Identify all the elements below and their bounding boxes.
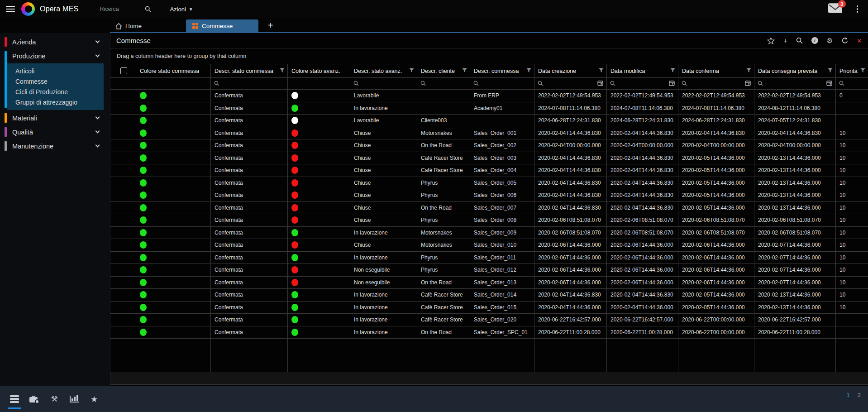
table-row[interactable]: ConfermataIn lavorazioneOn the RoadSales… (110, 326, 868, 339)
table-row[interactable]: ConfermataIn lavorazioneCafè Racer Store… (110, 302, 868, 314)
cell-data-consegna-prevista: 2020-02-13T14:44:36.000 (754, 289, 836, 302)
sidebar-item-produzione[interactable]: Produzione (0, 50, 110, 62)
close-icon[interactable]: × (857, 38, 861, 44)
add-record-icon[interactable]: + (783, 38, 787, 44)
table-row[interactable]: ConfermataIn lavorazioneAcademy012024-07… (110, 102, 868, 115)
table-row[interactable]: ConfermataChiusePhyrusSales_Order_005202… (110, 177, 868, 190)
tab-home[interactable]: Home (111, 20, 146, 32)
kebab-menu-icon[interactable] (857, 5, 858, 13)
tab-commesse[interactable]: Commesse (186, 19, 258, 32)
filter-funnel-icon[interactable] (462, 68, 467, 74)
filter-cell[interactable] (470, 78, 534, 90)
table-row[interactable]: ConfermataChiuseMotorsnakesSales_Order_0… (110, 239, 868, 252)
column-header-descr-cliente[interactable]: Descr. cliente (417, 64, 470, 78)
filter-cell[interactable] (678, 78, 754, 90)
table-row[interactable]: ConfermataChiuseOn the RoadSales_Order_0… (110, 139, 868, 152)
messages-button[interactable]: 3 (828, 3, 842, 15)
column-header-data-modifica[interactable]: Data modifica (607, 64, 678, 78)
table-row[interactable]: ConfermataIn lavorazioneMotorsnakesSales… (110, 227, 868, 240)
table-row[interactable]: ConfermataChiuseMotorsnakesSales_Order_0… (110, 127, 868, 140)
sidebar-item-articoli[interactable]: Articoli (7, 66, 104, 76)
bottom-nav-tools-icon[interactable]: ⚒ (48, 393, 60, 406)
table-row[interactable]: ConfermataIn lavorazioneCafè Racer Store… (110, 289, 868, 302)
add-tab-button[interactable]: + (265, 20, 276, 32)
bottom-nav-chart-icon[interactable] (68, 393, 80, 406)
filter-cell[interactable] (417, 78, 470, 90)
column-header-priorit-[interactable]: Priorità (836, 64, 868, 78)
search-input[interactable] (100, 6, 145, 12)
filter-funnel-icon[interactable] (828, 68, 833, 74)
refresh-icon[interactable] (841, 37, 849, 44)
group-by-panel[interactable]: Drag a column header here to group by th… (110, 48, 868, 64)
filter-cell[interactable] (534, 78, 607, 90)
bottom-nav-servers-icon[interactable] (9, 393, 20, 406)
page-number-2[interactable]: 2 (858, 392, 861, 398)
calendar-icon[interactable] (826, 80, 832, 88)
bottom-nav-worktime-icon[interactable] (29, 393, 40, 406)
table-row[interactable]: ConfermataIn lavorazioneCafè Racer Store… (110, 314, 868, 326)
favorite-star-icon[interactable] (767, 37, 775, 44)
table-row[interactable]: ConfermataNon eseguibileOn the RoadSales… (110, 277, 868, 289)
settings-gear-icon[interactable]: ⚙ (827, 37, 833, 45)
table-row[interactable]: ConfermataChiuseCafè Racer StoreSales_Or… (110, 164, 868, 177)
table-row[interactable]: ConfermataLavorabileCliente0032024-06-28… (110, 115, 868, 127)
sidebar-item-azienda[interactable]: Azienda (0, 36, 110, 48)
filter-funnel-icon[interactable] (746, 68, 751, 74)
filter-search-icon[interactable] (682, 80, 687, 88)
sidebar-item-cicli-di-produzione[interactable]: Cicli di Produzione (7, 86, 104, 97)
filter-cell[interactable] (607, 78, 678, 90)
sidebar-item-qualit-[interactable]: Qualità (0, 126, 110, 138)
column-header-data-conferma[interactable]: Data conferma (678, 64, 754, 78)
filter-cell[interactable] (836, 78, 868, 90)
filter-search-icon[interactable] (758, 80, 763, 88)
column-header-data-creazione[interactable]: Data creazione (534, 64, 607, 78)
sidebar-item-materiali[interactable]: Materiali (0, 112, 110, 124)
column-header-descr-stato-commessa[interactable]: Descr. stato commessa (211, 64, 288, 78)
sidebar-item-commesse[interactable]: Commesse (7, 76, 104, 86)
menu-icon[interactable] (6, 6, 15, 12)
table-row[interactable]: ConfermataLavorabileFrom ERP2022-02-02T1… (110, 90, 868, 102)
sidebar-item-gruppi-di-attrezzaggio[interactable]: Gruppi di attrezzaggio (7, 97, 104, 107)
table-row[interactable]: ConfermataChiusePhyrusSales_Order_008202… (110, 214, 868, 227)
calendar-icon[interactable] (597, 80, 603, 88)
column-header-data-consegna-prevista[interactable]: Data consegna prevista (754, 64, 836, 78)
info-icon[interactable]: i (811, 37, 818, 44)
table-row[interactable]: ConfermataChiuseCafè Racer StoreSales_Or… (110, 152, 868, 165)
filter-search-icon[interactable] (353, 80, 359, 88)
table-row[interactable]: ConfermataNon eseguibilePhyrusSales_Orde… (110, 264, 868, 277)
column-header-colore-stato-avanz-[interactable]: Colore stato avanz. (288, 64, 350, 78)
column-header-descr-commessa[interactable]: Descr. commessa (470, 64, 534, 78)
column-header-descr-stato-avanz-[interactable]: Descr. stato avanz. (350, 64, 417, 78)
actions-menu[interactable]: Azioni ▼ (170, 6, 193, 13)
sidebar-item-manutenzione[interactable]: Manutenzione (0, 140, 110, 152)
table-row[interactable]: ConfermataChiusePhyrusSales_Order_006202… (110, 189, 868, 202)
filter-funnel-icon[interactable] (409, 68, 414, 74)
filter-search-icon[interactable] (610, 80, 615, 88)
filter-search-icon[interactable] (420, 80, 426, 88)
filter-search-icon[interactable] (473, 80, 479, 88)
global-search[interactable] (100, 6, 156, 12)
calendar-icon[interactable] (745, 80, 751, 88)
filter-cell[interactable] (211, 78, 288, 90)
filter-funnel-icon[interactable] (599, 68, 604, 74)
search-icon[interactable] (145, 6, 151, 12)
select-all-checkbox[interactable] (120, 67, 127, 74)
table-row[interactable]: ConfermataIn lavorazionePhyrusSales_Orde… (110, 252, 868, 264)
filter-search-icon[interactable] (538, 80, 543, 88)
table-row[interactable]: ConfermataChiuseOn the RoadSales_Order_0… (110, 202, 868, 215)
filter-cell[interactable] (754, 78, 836, 90)
calendar-icon[interactable] (669, 80, 675, 88)
cell-data-creazione: 2020-02-04T00:00:00.000 (534, 139, 607, 152)
bottom-nav-favorites-icon[interactable]: ★ (88, 393, 100, 406)
filter-cell[interactable] (350, 78, 417, 90)
filter-funnel-icon[interactable] (670, 68, 675, 74)
select-all-header-cell[interactable] (110, 64, 136, 78)
filter-funnel-icon[interactable] (280, 68, 285, 74)
search-panel-icon[interactable] (796, 37, 803, 44)
column-header-colore-stato-commessa[interactable]: Colore stato commessa (136, 64, 211, 78)
filter-funnel-icon[interactable] (526, 68, 531, 74)
filter-funnel-icon[interactable] (860, 68, 865, 74)
filter-search-icon[interactable] (839, 80, 844, 88)
filter-search-icon[interactable] (214, 80, 219, 88)
page-number-1[interactable]: 1 (847, 392, 850, 398)
